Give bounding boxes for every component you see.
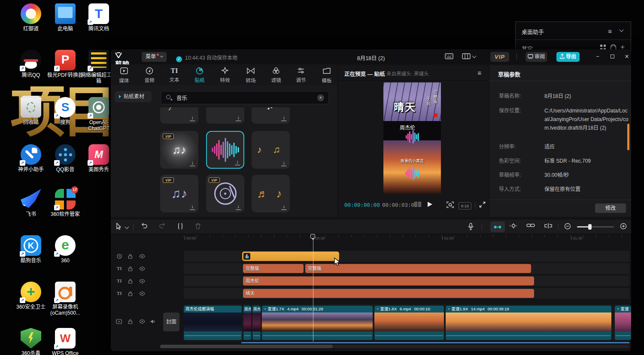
split-preview-icon[interactable] [544,223,552,229]
panel-scrollbar[interactable] [627,124,629,150]
video-preview[interactable]: 晴天 周杰伦 完整版 无损 故事的小黄花 [383,82,441,194]
mute-track-icon[interactable] [150,319,156,324]
sticker-item-selected[interactable] [206,131,244,169]
desktop-icon-sogou[interactable]: 搜狗 [47,97,84,125]
hide-track-icon[interactable] [139,291,145,296]
shortcut-keys-icon[interactable] [445,53,453,60]
timeline-scrollbar[interactable] [160,345,629,348]
hide-track-icon[interactable] [139,254,145,258]
frame-preview-icon[interactable] [414,201,422,207]
lock-track-icon[interactable] [128,279,133,284]
sticker-category[interactable]: 贴纸素材 [115,91,152,102]
preview-snap-icon[interactable] [509,223,518,229]
desktop-icon-tencent-docs[interactable]: 腾讯文档 [80,3,117,32]
play-button[interactable] [427,201,433,207]
vip-badge[interactable]: VIP [490,52,509,62]
desktop-icon-shenfu[interactable]: 神斧小助手 [12,144,49,173]
video-clip[interactable]: 周杰 [252,306,261,340]
select-tool-icon[interactable] [116,223,122,230]
text-clip[interactable]: 周杰伦 [243,276,534,285]
sticker-item[interactable]: ♪ [160,107,198,124]
fullscreen-icon[interactable] [479,201,486,208]
text-clip[interactable]: 完整版 [243,264,304,273]
hide-track-icon[interactable] [139,319,145,324]
tab-filters[interactable]: 滤镜 [265,67,287,83]
lock-track-icon[interactable] [128,291,133,296]
desktop-icon-kugou[interactable]: 酷狗音乐 [12,235,49,264]
tool-chevron-icon[interactable] [125,225,129,229]
lock-track-icon[interactable] [128,254,133,259]
zoom-slider-thumb[interactable] [588,224,592,230]
playhead-line[interactable] [313,234,313,342]
scrollbar-thumb[interactable] [160,345,333,348]
text-clip[interactable]: 晴天 [243,289,534,298]
video-clip[interactable]: 变速1.7X4.mp400:00:31:29 [262,306,373,340]
lock-track-icon[interactable] [128,266,133,271]
aspect-ratio-button[interactable]: 9:16 [459,202,471,209]
video-clip[interactable]: 周杰伦成都演唱 [184,306,242,340]
maximize-button[interactable] [607,52,617,62]
playhead-handle[interactable] [310,234,315,239]
sticker-item[interactable]: VIP♫♪ [160,175,198,212]
redo-icon[interactable] [159,223,166,229]
text-clip[interactable]: 完整版 [305,264,531,273]
desktop-icon-360-safe[interactable]: 360安全卫士 [12,282,49,310]
desktop-icon-hongyudao[interactable]: 红御道 [12,3,49,32]
video-clip[interactable]: 变速1.9X14.mp400:00:39:18 [446,306,611,340]
minimize-button[interactable]: − [592,52,603,62]
video-clip[interactable]: 变速 [615,306,631,340]
link-clips-icon[interactable] [526,223,535,228]
zoom-out-icon[interactable] [564,223,571,230]
desktop-icon-feishu[interactable]: 飞书 [12,189,49,217]
timeline-ruler[interactable]: 00:00 00:30 01:00 01:30 [184,235,629,241]
desktop-icon-wps[interactable]: WPS Office [47,328,84,355]
hide-track-icon[interactable] [139,267,145,271]
desktop-icon-this-pc[interactable]: 此电脑 [47,3,84,32]
auto-snap-toggle[interactable] [490,221,505,232]
hamburger-menu-icon[interactable]: ≡ [608,27,612,35]
delete-icon[interactable] [195,223,201,230]
desktop-icon-pdf-converter[interactable]: 极光PDF转换器 [47,50,84,78]
video-clip[interactable]: 周杰 [243,306,251,340]
close-button[interactable]: × [622,52,631,62]
desktop-icon-ocam[interactable]: 屏幕录像机(oCam)500... [47,282,84,316]
sticker-item[interactable]: ♬ ♪ [252,175,290,212]
undo-icon[interactable] [141,223,148,229]
audio-track-collapsed[interactable] [241,342,629,343]
preview-quality-icon[interactable] [447,201,454,208]
review-button[interactable]: 审阅 [526,52,547,62]
sticker-clip[interactable] [242,252,339,261]
tab-sticker[interactable]: 贴纸 [189,67,210,83]
clear-search-icon[interactable]: × [317,94,324,101]
chevron-down-icon[interactable] [620,28,624,32]
tab-text[interactable]: TI文本 [164,67,185,83]
tab-transitions[interactable]: 转场 [240,67,261,84]
sticker-item[interactable]: ♬ [252,107,290,124]
lock-track-icon[interactable] [128,319,133,324]
desktop-icon-recycle-bin[interactable]: 回收站 [12,97,49,125]
record-voiceover-icon[interactable] [468,223,474,230]
split-tool-icon[interactable] [177,223,184,230]
tab-templates[interactable]: 模板 [316,67,337,84]
desktop-icon-360-manager[interactable]: 17360软件管家 [47,189,84,217]
sticker-item[interactable]: VIP♫♪ [160,131,198,169]
desktop-icon-360-browser[interactable]: 360 [47,235,84,264]
timeline-zoom-slider[interactable] [577,226,614,228]
zoom-in-icon[interactable] [620,223,627,230]
cover-button[interactable]: 封面 [163,313,179,331]
preview-menu-icon[interactable]: ≡ [477,69,481,76]
desktop-icon-qq[interactable]: 腾讯QQ [12,50,49,78]
desktop-icon-qq-player[interactable]: QQ影音 [47,144,84,173]
hide-track-icon[interactable] [139,279,145,283]
sticker-item[interactable] [206,107,244,124]
tab-audio[interactable]: 音频 [139,67,160,83]
sticker-item[interactable]: VIP [206,175,244,212]
sticker-item[interactable]: ♪ ♫ [252,131,290,169]
tab-effects[interactable]: 特效 [214,67,236,83]
search-input[interactable] [176,91,304,104]
layout-mode-icon[interactable] [462,53,471,60]
export-button[interactable]: 导出 [556,52,580,62]
tab-adjust[interactable]: 调节 [290,67,312,83]
desktop-icon-360-antivirus[interactable]: 360杀毒 [12,328,49,355]
tab-media[interactable]: 媒体 [113,67,135,84]
